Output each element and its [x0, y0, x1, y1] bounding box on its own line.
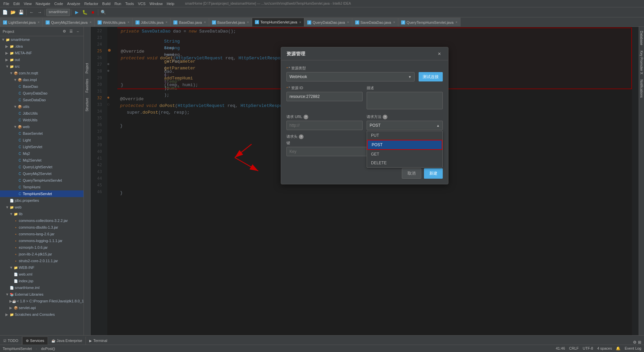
tree-jar6[interactable]: ▪ json-lib-2.4-jdk15.jar: [0, 251, 84, 257]
request-url-input[interactable]: [286, 121, 363, 130]
tree-utils[interactable]: ▼ 📦 utils: [0, 103, 84, 110]
tree-src[interactable]: ▼ 📁 src: [0, 63, 84, 70]
save-btn[interactable]: 💾: [17, 9, 25, 16]
sidebar-layout-btn[interactable]: ☰: [68, 28, 74, 35]
favorites-panel-tab[interactable]: Favorites: [85, 76, 90, 95]
tree-jdbc-properties[interactable]: 📄 jdbc.properties: [0, 197, 84, 204]
tab-close[interactable]: ×: [347, 20, 349, 24]
tree-basedao[interactable]: C BaseDao: [0, 83, 84, 90]
modal-close-btn[interactable]: ×: [436, 51, 443, 57]
tree-querytemphumiservlet[interactable]: C QueryTempHumiServlet: [0, 177, 84, 184]
tree-jar7[interactable]: ▪ struts2-core-2.0.11.1.jar: [0, 257, 84, 264]
tree-mq2servlet[interactable]: C Mq2Servlet: [0, 157, 84, 164]
run-btn[interactable]: ▶: [73, 9, 80, 16]
menu-code[interactable]: Code: [52, 2, 65, 6]
tree-meta-inf[interactable]: ▶ 📁 META-INF: [0, 50, 84, 56]
tree-temphumiservlet[interactable]: C TempHumiServlet: [0, 190, 84, 197]
tab-close[interactable]: ×: [204, 20, 206, 24]
search-everywhere-btn[interactable]: 🔍: [100, 9, 107, 16]
tab-jdbcutils[interactable]: J JdbcUtils.java ×: [132, 18, 171, 26]
key-promoter-panel-tab[interactable]: Key Promoter X: [639, 48, 644, 77]
dropdown-put[interactable]: PUT: [367, 131, 442, 140]
dropdown-delete[interactable]: DELETE: [367, 159, 442, 167]
tree-index-jsp[interactable]: 📄 index.jsp: [0, 278, 84, 284]
menu-run[interactable]: Run: [112, 2, 123, 6]
request-method-select[interactable]: POST ▲: [367, 121, 443, 130]
resource-id-input[interactable]: [286, 92, 363, 101]
tree-servlet-api[interactable]: ▶ 📦 servlet-api: [0, 304, 84, 311]
forward-btn[interactable]: →: [36, 9, 43, 16]
menu-view[interactable]: View: [22, 2, 34, 6]
tree-baseservlet[interactable]: C BaseServlet: [0, 130, 84, 137]
menu-navigate[interactable]: Navigate: [34, 2, 52, 6]
tree-dao-impl[interactable]: ▼ 📦 dao.impl: [0, 76, 84, 83]
menu-window[interactable]: Window: [148, 2, 165, 6]
menu-refactor[interactable]: Refactor: [82, 2, 100, 6]
bottom-tab-todo[interactable]: ☑ TODO: [0, 337, 22, 345]
cancel-btn[interactable]: 取消: [402, 168, 421, 179]
menu-vcs[interactable]: VCS: [136, 2, 148, 6]
notifications-panel-tab[interactable]: Notifications: [639, 77, 644, 100]
bottom-tab-services[interactable]: ⚙ Services: [22, 337, 48, 345]
tab-savedatadao[interactable]: J SaveDataDao.java ×: [352, 18, 398, 26]
menu-file[interactable]: File: [1, 2, 11, 6]
tree-webutils[interactable]: C WebUtils: [0, 117, 84, 123]
new-file-btn[interactable]: 📄: [1, 9, 9, 16]
tree-jar1[interactable]: ▪ commons-collections-3.2.2.jar: [0, 217, 84, 224]
tree-web-folder[interactable]: ▼ 📁 web: [0, 204, 84, 211]
tree-jar3[interactable]: ▪ commons-lang-2.6.jar: [0, 231, 84, 237]
menu-build[interactable]: Build: [100, 2, 112, 6]
tree-jdk[interactable]: ▶ ☕ < 1.8 > C:\Program Files\Java\jdk1.8…: [0, 298, 84, 304]
project-panel-tab[interactable]: Project: [85, 60, 90, 76]
tree-webinf[interactable]: ▼ 📁 WEB-INF: [0, 264, 84, 271]
menu-analyze[interactable]: Analyze: [65, 2, 82, 6]
menu-help[interactable]: Help: [165, 2, 176, 6]
event-log[interactable]: Event Log: [625, 346, 641, 351]
tree-lib[interactable]: ▼ 📁 lib: [0, 211, 84, 217]
project-selector[interactable]: smartHome: [46, 9, 70, 16]
tab-close[interactable]: ×: [127, 20, 129, 24]
tree-idea[interactable]: ▶ 📁 .idea: [0, 43, 84, 50]
dropdown-get[interactable]: GET: [367, 150, 442, 159]
tree-scratches[interactable]: ▶ 📁 Scratches and Consoles: [0, 311, 84, 318]
resource-type-select[interactable]: WebHook ▼: [286, 72, 415, 81]
bottom-tab-terminal[interactable]: ▶ Terminal: [86, 337, 111, 345]
tree-querymq2servlet[interactable]: C QueryMq2Servlet: [0, 170, 84, 177]
description-textarea[interactable]: [367, 92, 443, 109]
debug-btn[interactable]: 🐛: [81, 9, 89, 16]
tab-baseservlet[interactable]: J BaseServlet.java ×: [209, 18, 252, 26]
stop-btn[interactable]: ■: [89, 9, 97, 16]
tree-out[interactable]: ▶ 📁 out: [0, 56, 84, 63]
tree-mq2[interactable]: C Mq2: [0, 150, 84, 157]
tree-jar4[interactable]: ▪ commons-logging-1.1.1.jar: [0, 237, 84, 244]
tab-close[interactable]: ×: [455, 20, 458, 24]
tree-savedatadao[interactable]: C SaveDataDao: [0, 97, 84, 103]
tab-close[interactable]: ×: [393, 20, 395, 24]
tree-smarthome-iml[interactable]: 📄 smartHome.iml: [0, 284, 84, 291]
tab-temphumiservlet[interactable]: J TempHumiServlet.java ×: [252, 18, 304, 26]
expand-icon-btn[interactable]: ⊞: [638, 340, 641, 345]
structure-panel-tab[interactable]: Structure: [85, 95, 90, 114]
create-btn[interactable]: 新建: [424, 168, 443, 179]
dropdown-post[interactable]: POST: [367, 140, 442, 150]
tab-querytemphumiservlet[interactable]: J QueryTempHumiServlet.java ×: [398, 18, 461, 26]
url-help-icon[interactable]: ?: [304, 115, 308, 119]
tab-querydatadao[interactable]: J QueryDataDao.java ×: [304, 18, 352, 26]
tree-querylightservlet[interactable]: C QueryLightServlet: [0, 164, 84, 170]
tree-com-hr-mqtt[interactable]: ▼ 📦 com.hr.mqtt: [0, 70, 84, 76]
tree-external-libs[interactable]: ▼ 📚 External Libraries: [0, 291, 84, 298]
tree-lightservlet[interactable]: C LightServlet: [0, 143, 84, 150]
code-editor[interactable]: 22 23 24 25 26 27 28 29 30 31 32 33 34 3…: [91, 27, 639, 335]
tab-querymq2servlet[interactable]: J QueryMq2Servlet.java ×: [43, 18, 95, 26]
database-panel-tab[interactable]: Database: [639, 28, 644, 48]
sidebar-gear-btn[interactable]: ⚙: [61, 28, 67, 35]
tree-light[interactable]: C Light: [0, 137, 84, 143]
tab-close[interactable]: ×: [247, 20, 249, 24]
method-help-icon[interactable]: ?: [383, 115, 387, 119]
tab-close-active[interactable]: ×: [299, 20, 301, 24]
tree-project-root[interactable]: ▼ 📁 smartHome: [0, 36, 84, 43]
test-connect-btn[interactable]: 测试连接: [419, 72, 443, 81]
menu-edit[interactable]: Edit: [11, 2, 22, 6]
tree-temphumi[interactable]: C TempHumi: [0, 184, 84, 190]
tab-lightservlet[interactable]: J LightServlet.java ×: [0, 18, 43, 26]
